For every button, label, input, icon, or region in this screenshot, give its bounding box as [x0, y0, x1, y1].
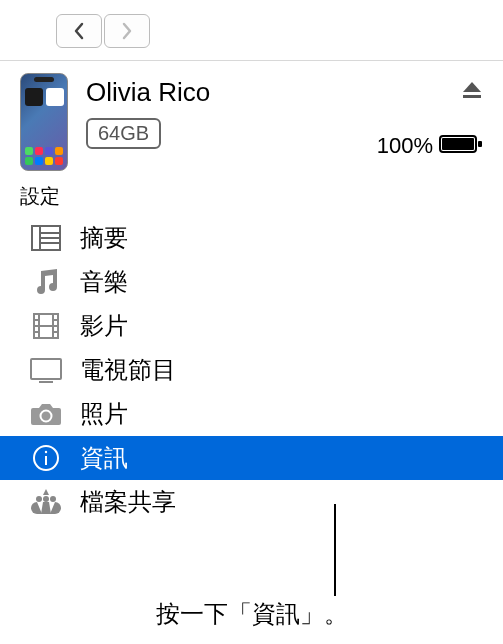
tv-icon	[28, 354, 64, 386]
svg-point-24	[36, 496, 42, 502]
sidebar-item-label: 摘要	[80, 222, 128, 254]
apps-icon	[28, 486, 64, 518]
sidebar-item-photos[interactable]: 照片	[0, 392, 503, 436]
sidebar-item-filesharing[interactable]: 檔案共享	[0, 480, 503, 524]
sidebar-item-label: 影片	[80, 310, 128, 342]
sidebar-item-label: 資訊	[80, 442, 128, 474]
music-icon	[28, 266, 64, 298]
svg-rect-3	[442, 138, 474, 150]
summary-icon	[28, 222, 64, 254]
device-name: Olivia Rico	[86, 77, 359, 108]
sidebar-item-info[interactable]: 資訊	[0, 436, 503, 480]
sidebar-item-label: 檔案共享	[80, 486, 176, 518]
sidebar-item-movies[interactable]: 影片	[0, 304, 503, 348]
svg-point-22	[45, 451, 47, 453]
svg-marker-0	[463, 82, 481, 92]
sidebar-item-summary[interactable]: 摘要	[0, 216, 503, 260]
nav-back-button[interactable]	[56, 14, 102, 48]
section-label: 設定	[0, 179, 503, 216]
battery-icon	[439, 133, 483, 159]
sidebar-item-music[interactable]: 音樂	[0, 260, 503, 304]
sidebar-item-label: 電視節目	[80, 354, 176, 386]
sidebar-item-label: 音樂	[80, 266, 128, 298]
sidebar-item-label: 照片	[80, 398, 128, 430]
chevron-right-icon	[120, 22, 134, 40]
svg-rect-4	[478, 141, 482, 147]
nav-forward-button[interactable]	[104, 14, 150, 48]
svg-point-25	[50, 496, 56, 502]
callout-text: 按一下「資訊」。	[0, 598, 503, 630]
info-icon	[28, 442, 64, 474]
storage-badge: 64GB	[86, 118, 161, 149]
svg-point-26	[43, 496, 49, 502]
sidebar-item-tv[interactable]: 電視節目	[0, 348, 503, 392]
film-icon	[28, 310, 64, 342]
battery-percentage: 100%	[377, 133, 433, 159]
device-thumbnail[interactable]	[20, 73, 68, 171]
device-header: Olivia Rico 64GB 100%	[0, 61, 503, 179]
svg-rect-1	[463, 95, 481, 98]
chevron-left-icon	[72, 22, 86, 40]
camera-icon	[28, 398, 64, 430]
sidebar-list: 摘要 音樂 影片 電視節目 照片 資訊 檔案共享	[0, 216, 503, 524]
eject-button[interactable]	[461, 79, 483, 105]
callout-pointer	[334, 504, 336, 596]
svg-rect-18	[31, 359, 61, 379]
